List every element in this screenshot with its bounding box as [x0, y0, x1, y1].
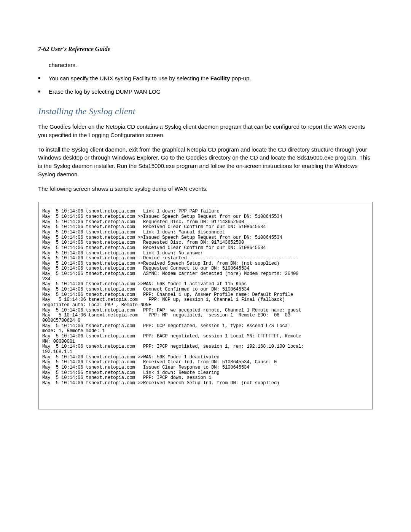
- page-header: 7-62 User's Reference Guide: [38, 46, 373, 53]
- bullet-item-facility: You can specify the UNIX syslog Facility…: [38, 74, 373, 82]
- bullet-bold-text: Facility: [210, 75, 230, 81]
- paragraph-goodies-folder: The Goodies folder on the Netopia CD con…: [38, 123, 373, 139]
- bullet-item-erase: Erase the log by selecting DUMP WAN LOG: [38, 88, 373, 96]
- section-heading-installing-syslog: Installing the Syslog client: [38, 106, 373, 117]
- bullet-pre-text: Erase the log by selecting DUMP WAN LOG: [49, 88, 161, 95]
- bullet-list: You can specify the UNIX syslog Facility…: [38, 74, 373, 96]
- bullet-pre-text: You can specify the UNIX syslog Facility…: [49, 75, 210, 81]
- bullet-post-text: pop-up.: [230, 75, 251, 81]
- paragraph-install-instructions: To install the Syslog client daemon, exi…: [38, 145, 373, 179]
- paragraph-following-screen: The following screen shows a sample sysl…: [38, 185, 373, 193]
- continued-text: characters.: [49, 62, 373, 68]
- syslog-dump-box: May 5 10:14:06 tsnext.netopia.com Link 1…: [38, 202, 373, 409]
